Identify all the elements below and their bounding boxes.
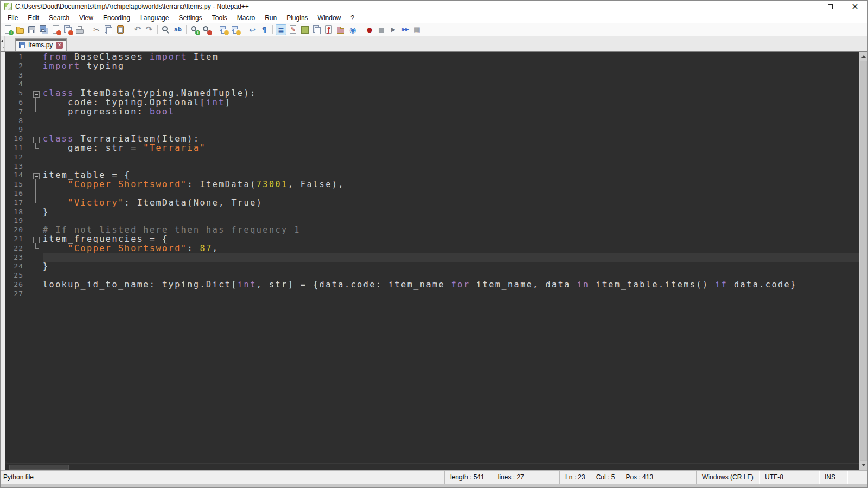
code-line[interactable]: 22 "Copper Shortsword": 87, [5,244,859,253]
code-line[interactable]: 5class ItemData(typing.NamedTuple): [5,89,859,98]
menu-item-language[interactable]: Language [135,13,174,23]
code-line[interactable]: 27 [5,290,859,299]
function-list-icon[interactable]: ƒ [323,24,334,35]
sync-horizontal-scroll-icon[interactable] [230,24,241,35]
macro-playback-icon[interactable]: ▶ [388,24,399,35]
cut-icon[interactable]: ✂ [91,24,102,35]
code-line[interactable]: 16 [5,189,859,198]
open-file-icon[interactable] [15,24,25,35]
notepadpp-logo-icon[interactable] [4,3,12,10]
line-number[interactable]: 10 [5,134,30,144]
undo-icon[interactable]: ↶ [132,24,143,35]
vertical-scrollbar-thumb[interactable] [860,61,867,461]
code-line[interactable]: 14item_table = { [5,171,859,180]
menu-item-window[interactable]: Window [313,13,346,23]
line-number[interactable]: 12 [5,153,30,162]
close-all-icon[interactable]: − [62,24,73,35]
code-line[interactable]: 19 [5,216,859,226]
menu-item-settings[interactable]: Settings [174,13,207,23]
editor[interactable]: 1from BaseClasses import Item2import typ… [5,52,859,463]
menu-item-run[interactable]: Run [260,13,282,23]
folder-as-workspace-icon[interactable] [335,24,346,35]
find-icon[interactable] [161,24,171,35]
code-line[interactable]: 12 [5,153,859,162]
scroll-down-button[interactable] [859,461,867,469]
menu-item-macro[interactable]: Macro [232,13,260,23]
horizontal-scrollbar-thumb[interactable] [9,465,69,470]
line-number[interactable]: 24 [5,262,30,271]
menu-item-view[interactable]: View [74,13,98,23]
macro-save-icon[interactable]: ▦ [412,24,423,35]
vertical-scrollbar[interactable] [859,52,867,470]
code-line[interactable]: 17 "Victory": ItemData(None, True) [5,198,859,208]
code-line[interactable]: 11 game: str = "Terraria" [5,144,859,153]
line-number[interactable]: 5 [5,89,30,98]
paste-icon[interactable] [115,24,126,35]
horizontal-scrollbar[interactable] [5,463,859,470]
line-number[interactable]: 18 [5,208,30,217]
indent-guide-icon[interactable]: ≡ [276,24,286,35]
minimize-button[interactable] [793,1,818,12]
menu-item-search[interactable]: Search [44,13,74,23]
code-line[interactable]: 18} [5,208,859,217]
sync-vertical-scroll-icon[interactable] [218,24,229,35]
save-file-icon[interactable] [27,24,37,35]
line-number[interactable]: 16 [5,189,30,198]
code-line[interactable]: 21item_frequencies = { [5,235,859,244]
menu-item-encoding[interactable]: Encoding [98,13,135,23]
line-number[interactable]: 15 [5,180,30,189]
menu-item-help[interactable]: ? [346,13,359,23]
menu-item-plugins[interactable]: Plugins [282,13,312,23]
restore-button[interactable] [818,1,843,12]
show-all-characters-icon[interactable]: ¶ [259,24,270,35]
redo-icon[interactable]: ↷ [144,24,155,35]
line-number[interactable]: 2 [5,62,30,71]
status-encoding[interactable]: UTF-8 [759,471,819,484]
line-number[interactable]: 8 [5,117,30,126]
code-line[interactable]: 25 [5,271,859,280]
line-number[interactable]: 17 [5,198,30,208]
define-language-icon[interactable]: ✎ [288,24,298,35]
fold-toggle-icon[interactable] [30,235,43,244]
zoom-in-icon[interactable]: + [189,24,200,35]
code-line[interactable]: 26lookup_id_to_name: typing.Dict[int, st… [5,280,859,290]
menu-item-tools[interactable]: Tools [207,13,232,23]
dock-splitter-side[interactable] [1,52,5,470]
code-line[interactable]: 7 progression: bool [5,107,859,117]
line-number[interactable]: 4 [5,80,30,89]
menu-item-edit[interactable]: Edit [23,13,44,23]
line-number[interactable]: 23 [5,253,30,262]
line-number[interactable]: 25 [5,271,30,280]
code-line[interactable]: 10class TerrariaItem(Item): [5,134,859,144]
line-number[interactable]: 14 [5,171,30,180]
fold-toggle-icon[interactable] [30,171,43,180]
status-insert-mode[interactable]: INS [819,471,847,484]
code-line[interactable]: 20# If not listed here then has frequenc… [5,226,859,235]
save-all-icon[interactable] [39,24,49,35]
code-line[interactable]: 2import typing [5,62,859,71]
line-number[interactable]: 27 [5,290,30,299]
line-number[interactable]: 7 [5,107,30,117]
line-number[interactable]: 19 [5,216,30,226]
tab-items-py[interactable]: Items.py ✕ [15,38,67,51]
macro-stop-icon[interactable]: ■ [376,24,387,35]
fold-toggle-icon[interactable] [30,134,43,144]
zoom-out-icon[interactable]: − [201,24,212,35]
code-line[interactable]: 13 [5,162,859,171]
code-line[interactable]: 15 "Copper Shortsword": ItemData(73001, … [5,180,859,189]
print-icon[interactable] [74,24,85,35]
code-line[interactable]: 1from BaseClasses import Item [5,53,859,62]
copy-icon[interactable] [103,24,114,35]
code-line[interactable]: 6 code: typing.Optional[int] [5,98,859,107]
code-line[interactable]: 3 [5,71,859,80]
close-button[interactable]: × [843,1,867,12]
replace-icon[interactable]: ab [173,24,183,35]
line-number[interactable]: 21 [5,235,30,244]
monitoring-eye-icon[interactable]: ◉ [347,24,358,35]
close-file-icon[interactable]: − [50,24,61,35]
dock-splitter-top[interactable] [1,36,5,51]
tab-close-button[interactable]: ✕ [56,42,63,49]
document-switcher-icon[interactable] [311,24,322,35]
line-number[interactable]: 20 [5,226,30,235]
line-number[interactable]: 26 [5,280,30,290]
